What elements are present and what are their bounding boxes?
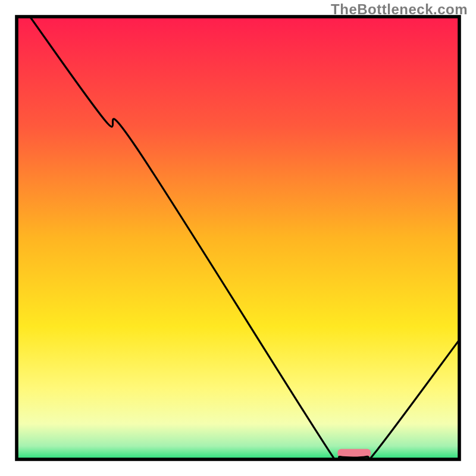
gradient-background [17, 17, 459, 459]
chart-canvas: TheBottleneck.com [0, 0, 476, 476]
watermark-label: TheBottleneck.com [331, 1, 468, 18]
bottleneck-chart [0, 0, 476, 476]
